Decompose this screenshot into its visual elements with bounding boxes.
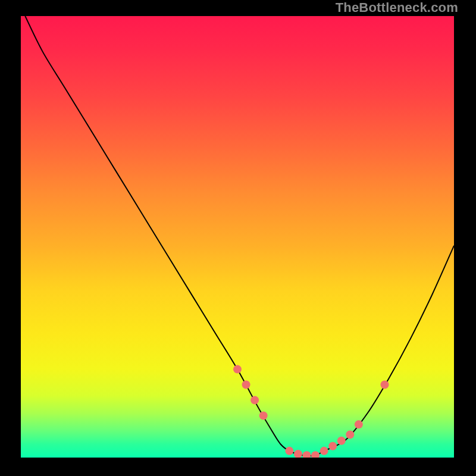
bottleneck-curve-layer [21,16,454,458]
data-marker [328,442,337,450]
bottleneck-curve-path [25,16,454,456]
data-marker [259,412,268,420]
data-marker [285,447,293,455]
data-marker [233,365,242,374]
data-marker [355,420,363,428]
watermark-text: TheBottleneck.com [336,0,458,15]
data-marker [294,450,302,458]
data-marker [337,437,346,445]
data-marker [302,451,311,458]
data-marker [311,451,320,458]
data-marker [381,381,389,389]
data-marker [242,381,250,389]
data-marker [320,447,328,455]
data-marker [346,430,354,439]
data-marker-group [233,365,389,458]
data-marker [250,396,259,405]
